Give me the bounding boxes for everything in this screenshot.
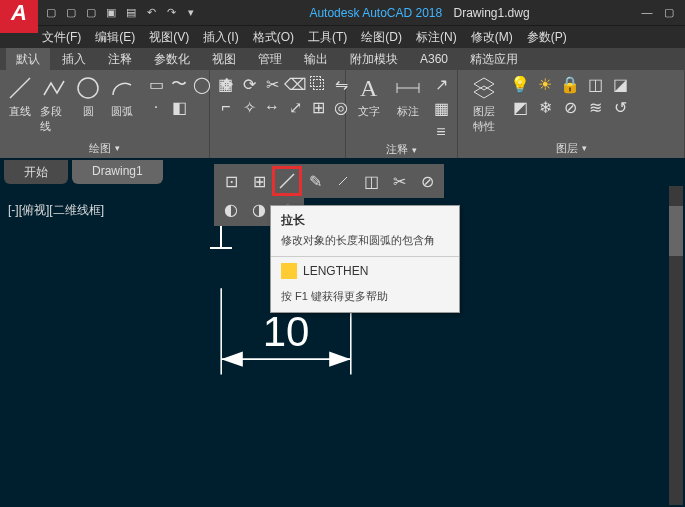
chevron-down-icon[interactable]: ▾	[412, 145, 417, 155]
tab-addins[interactable]: 附加模块	[340, 48, 408, 71]
dimension-button[interactable]: 标注	[392, 74, 426, 119]
saveas-icon[interactable]: ▣	[102, 4, 120, 22]
mod-tool-9[interactable]: ◐	[218, 196, 244, 222]
qat-dropdown-icon[interactable]: ▾	[182, 4, 200, 22]
layer-off-icon[interactable]: ⊘	[560, 97, 580, 117]
document-name: Drawing1.dwg	[454, 6, 530, 20]
arc-icon	[108, 74, 136, 102]
rectangle-icon[interactable]: ▭	[146, 74, 166, 94]
fillet-icon[interactable]: ⌐	[216, 97, 236, 117]
tab-insert[interactable]: 插入	[52, 48, 96, 71]
tab-manage[interactable]: 管理	[248, 48, 292, 71]
leader-icon[interactable]: ↗	[431, 74, 451, 94]
arc-button[interactable]: 圆弧	[108, 74, 136, 119]
minimize-icon[interactable]: —	[639, 6, 655, 19]
menu-file[interactable]: 文件(F)	[42, 29, 81, 46]
menu-modify[interactable]: 修改(M)	[471, 29, 513, 46]
tab-start[interactable]: 开始	[4, 160, 68, 184]
tab-default[interactable]: 默认	[6, 48, 50, 71]
scrollbar-thumb[interactable]	[669, 206, 683, 256]
menu-edit[interactable]: 编辑(E)	[95, 29, 135, 46]
tab-a360[interactable]: A360	[410, 49, 458, 69]
ellipse-icon[interactable]: ◯	[192, 74, 212, 94]
new-icon[interactable]: ▢	[42, 4, 60, 22]
circle-icon	[74, 74, 102, 102]
menu-view[interactable]: 视图(V)	[149, 29, 189, 46]
panel-draw: 直线 多段线 圆 圆弧 ▭ 〜 ◯ ▦ · ◧ 绘图▾	[0, 70, 210, 158]
menu-format[interactable]: 格式(O)	[253, 29, 294, 46]
menu-parametric[interactable]: 参数(P)	[527, 29, 567, 46]
mod-tool-5[interactable]: ⟋	[330, 168, 356, 194]
print-icon[interactable]: ▤	[122, 4, 140, 22]
save-icon[interactable]: ▢	[82, 4, 100, 22]
panel-modify: ✥ ⟳ ✂ ⌫ ⿻ ⇋ ⌐ ✧ ↔ ⤢ ⊞ ◎	[210, 70, 346, 158]
viewport-label[interactable]: [-][俯视][二维线框]	[8, 202, 104, 219]
menu-tools[interactable]: 工具(T)	[308, 29, 347, 46]
app-menu-button[interactable]: A	[0, 0, 38, 33]
layer-iso-icon[interactable]: ◩	[510, 97, 530, 117]
menu-insert[interactable]: 插入(I)	[203, 29, 238, 46]
panel-layers: 图层 特性 💡 ☀ 🔒 ◫ ◪ ◩ ❄ ⊘ ≋ ↺ 图层▾	[458, 70, 685, 158]
text-icon: A	[355, 74, 383, 102]
move-icon[interactable]: ✥	[216, 74, 236, 94]
layer-match-icon[interactable]: ≋	[585, 97, 605, 117]
tab-annotate[interactable]: 注释	[98, 48, 142, 71]
point-icon[interactable]: ·	[146, 97, 166, 117]
tooltip-title: 拉长	[271, 206, 459, 231]
command-name: LENGTHEN	[303, 264, 368, 278]
layer-freeze-icon[interactable]: ❄	[535, 97, 555, 117]
layer-properties-button[interactable]: 图层 特性	[464, 74, 504, 134]
undo-icon[interactable]: ↶	[142, 4, 160, 22]
mod-tool-1[interactable]: ⊡	[218, 168, 244, 194]
title-bar: A ▢ ▢ ▢ ▣ ▤ ↶ ↷ ▾ Autodesk AutoCAD 2018 …	[0, 0, 685, 26]
mod-tool-7[interactable]: ✂	[386, 168, 412, 194]
lock-icon[interactable]: 🔒	[560, 74, 580, 94]
line-icon	[6, 74, 34, 102]
text-button[interactable]: A 文字	[352, 74, 386, 119]
tab-featured[interactable]: 精选应用	[460, 48, 528, 71]
rotate-icon[interactable]: ⟳	[239, 74, 259, 94]
spline-icon[interactable]: 〜	[169, 74, 189, 94]
panel-draw-label[interactable]: 绘图	[89, 141, 111, 156]
tab-drawing1[interactable]: Drawing1	[72, 160, 163, 184]
mod-tool-2[interactable]: ⊞	[246, 168, 272, 194]
chevron-down-icon[interactable]: ▾	[115, 143, 120, 153]
sun-icon[interactable]: ☀	[535, 74, 555, 94]
layer-state-icon[interactable]: ◪	[610, 74, 630, 94]
scale-icon[interactable]: ⤢	[285, 97, 305, 117]
color-icon[interactable]: ◫	[585, 74, 605, 94]
region-icon[interactable]: ◧	[169, 97, 189, 117]
panel-annotation-label[interactable]: 注释	[386, 142, 408, 157]
tab-parametric[interactable]: 参数化	[144, 48, 200, 71]
command-icon	[281, 263, 297, 279]
erase-icon[interactable]: ⌫	[285, 74, 305, 94]
circle-button[interactable]: 圆	[74, 74, 102, 119]
mod-tool-10[interactable]: ◑	[246, 196, 272, 222]
mod-tool-6[interactable]: ◫	[358, 168, 384, 194]
open-icon[interactable]: ▢	[62, 4, 80, 22]
mod-tool-4[interactable]: ✎	[302, 168, 328, 194]
tooltip: 拉长 修改对象的长度和圆弧的包含角 LENGTHEN 按 F1 键获得更多帮助	[270, 205, 460, 313]
menu-dimension[interactable]: 标注(N)	[416, 29, 457, 46]
layer-prev-icon[interactable]: ↺	[610, 97, 630, 117]
tab-view[interactable]: 视图	[202, 48, 246, 71]
vertical-scrollbar[interactable]	[669, 186, 683, 505]
line-button[interactable]: 直线	[6, 74, 34, 119]
panel-layers-label[interactable]: 图层	[556, 141, 578, 156]
tab-output[interactable]: 输出	[294, 48, 338, 71]
bulb-icon[interactable]: 💡	[510, 74, 530, 94]
array-icon[interactable]: ⊞	[308, 97, 328, 117]
lengthen-button[interactable]	[274, 168, 300, 194]
redo-icon[interactable]: ↷	[162, 4, 180, 22]
polyline-button[interactable]: 多段线	[40, 74, 68, 134]
stretch-icon[interactable]: ↔	[262, 97, 282, 117]
table-icon[interactable]: ▦	[431, 98, 451, 118]
maximize-icon[interactable]: ▢	[661, 6, 677, 19]
mod-tool-8[interactable]: ⊘	[414, 168, 440, 194]
menu-draw[interactable]: 绘图(D)	[361, 29, 402, 46]
chevron-down-icon[interactable]: ▾	[582, 143, 587, 153]
trim-icon[interactable]: ✂	[262, 74, 282, 94]
explode-icon[interactable]: ✧	[239, 97, 259, 117]
copy-icon[interactable]: ⿻	[308, 74, 328, 94]
mtext-icon[interactable]: ≡	[431, 122, 451, 142]
